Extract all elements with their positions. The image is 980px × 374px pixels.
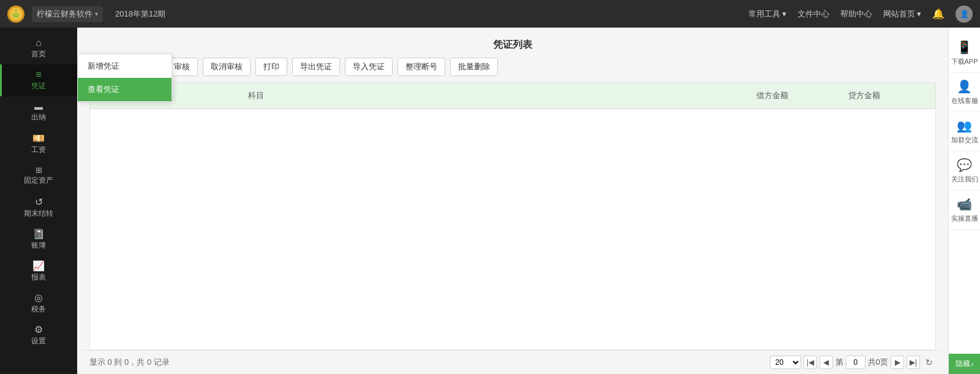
fixed-assets-icon: ⊞ — [36, 166, 42, 174]
header-debit: 借方金额 — [752, 88, 843, 104]
header-credit: 贷方金额 — [843, 88, 935, 104]
live-demo-btn[interactable]: 📹 实操直播 — [949, 191, 981, 230]
footer: 显示 0 到 0，共 0 记录 20 50 100 |◀ ◀ 第 共0页 ▶ ▶… — [77, 350, 948, 374]
submenu-new-voucher[interactable]: 新增凭证 — [78, 55, 172, 78]
sidebar-item-tax[interactable]: ◎ 税务 — [0, 288, 77, 319]
live-demo-icon: 📹 — [957, 197, 972, 212]
print-btn[interactable]: 打印 — [255, 58, 287, 76]
settings-icon: ⚙ — [34, 325, 43, 335]
online-service-btn[interactable]: 👤 在线客服 — [949, 73, 981, 112]
export-btn[interactable]: 导出凭证 — [292, 58, 340, 76]
topbar-left: 柠檬云财务软件 ▾ 2018年第12期 — [7, 6, 165, 23]
download-app-btn[interactable]: 📱 下载APP — [949, 34, 981, 73]
join-group-icon: 👥 — [957, 118, 972, 133]
download-app-icon: 📱 — [957, 40, 972, 55]
notification-icon[interactable]: 🔔 — [932, 8, 944, 20]
header-subject: 科目 — [243, 88, 752, 104]
page-input[interactable] — [846, 356, 865, 369]
app-selector-arrow: ▾ — [95, 10, 98, 17]
hide-panel-btn[interactable]: 隐藏 › — [949, 354, 980, 374]
batch-delete-btn[interactable]: 批量删除 — [450, 58, 498, 76]
submenu-view-voucher[interactable]: 查看凭证 — [78, 78, 172, 101]
join-group-btn[interactable]: 👥 加群交流 — [949, 112, 981, 151]
app-selector[interactable]: 柠檬云财务软件 ▾ — [32, 6, 103, 22]
voucher-icon: ≡ — [36, 70, 41, 80]
sidebar-item-cashier[interactable]: ▬ 出纳 — [0, 96, 77, 128]
app-selector-label: 柠檬云财务软件 — [37, 9, 92, 20]
sidebar-item-voucher[interactable]: ≡ 凭证 — [0, 64, 77, 96]
sidebar-item-fixed-assets[interactable]: ⊞ 固定资产 — [0, 160, 77, 192]
sidebar-item-period-end[interactable]: ↺ 期末结转 — [0, 192, 77, 224]
report-icon: 📈 — [32, 261, 45, 271]
sidebar-item-payroll[interactable]: 💴 工资 — [0, 128, 77, 160]
record-info: 显示 0 到 0，共 0 记录 — [89, 357, 170, 368]
help-center-btn[interactable]: 帮助中心 — [840, 9, 872, 20]
period-display: 2018年第12期 — [115, 9, 165, 20]
import-btn[interactable]: 导入凭证 — [345, 58, 393, 76]
sidebar-item-settings[interactable]: ⚙ 设置 — [0, 319, 77, 351]
total-pages: 共0页 — [868, 357, 888, 368]
cashier-icon: ▬ — [34, 102, 43, 111]
ledger-icon: 📓 — [32, 229, 45, 239]
common-tools-btn[interactable]: 常用工具 ▾ — [748, 9, 786, 20]
prev-page-btn[interactable]: ◀ — [820, 356, 833, 369]
online-service-icon: 👤 — [957, 79, 972, 94]
content-area: 凭证列表 2018年第12期 ▾ 审核 取消审核 打印 导出凭证 导入凭证 整理… — [77, 28, 948, 374]
table-body — [90, 109, 935, 349]
sidebar-item-report[interactable]: 📈 报表 — [0, 256, 77, 288]
file-center-btn[interactable]: 文件中心 — [797, 9, 829, 20]
cancel-audit-btn[interactable]: 取消审核 — [203, 58, 251, 76]
submenu: 新增凭证 查看凭证 — [77, 54, 172, 102]
refresh-btn[interactable]: ↻ — [922, 356, 936, 369]
page-size-select[interactable]: 20 50 100 — [770, 356, 801, 369]
pagination: 20 50 100 |◀ ◀ 第 共0页 ▶ ▶| ↻ — [770, 356, 936, 369]
svg-point-1 — [12, 13, 20, 17]
toolbar: 2018年第12期 ▾ 审核 取消审核 打印 导出凭证 导入凭证 整理断号 批量… — [77, 58, 948, 82]
voucher-table: 摘要 科目 借方金额 贷方金额 — [89, 82, 936, 350]
follow-us-icon: 💬 — [957, 158, 972, 172]
payroll-icon: 💴 — [32, 134, 45, 143]
page-title: 凭证列表 — [77, 28, 948, 58]
last-page-btn[interactable]: ▶| — [907, 356, 920, 369]
home-btn[interactable]: 网站首页 ▾ — [883, 9, 921, 20]
right-panel: 📱 下载APP 👤 在线客服 👥 加群交流 💬 关注我们 📹 实操直播 隐藏 › — [948, 28, 980, 374]
app-logo — [7, 6, 24, 23]
next-page-btn[interactable]: ▶ — [891, 356, 904, 369]
page-label: 第 — [835, 357, 843, 368]
organize-btn[interactable]: 整理断号 — [398, 58, 445, 76]
avatar[interactable]: 👤 — [956, 6, 973, 23]
home-icon: ⌂ — [36, 38, 42, 48]
table-header: 摘要 科目 借方金额 贷方金额 — [90, 83, 935, 109]
follow-us-btn[interactable]: 💬 关注我们 — [949, 151, 981, 191]
topbar-right: 常用工具 ▾ 文件中心 帮助中心 网站首页 ▾ 🔔 👤 — [748, 6, 973, 23]
topbar: 柠檬云财务软件 ▾ 2018年第12期 常用工具 ▾ 文件中心 帮助中心 网站首… — [0, 0, 980, 28]
first-page-btn[interactable]: |◀ — [804, 356, 817, 369]
sidebar: ⌂ 首页 ≡ 凭证 ▬ 出纳 💴 工资 ⊞ 固定资产 ↺ 期末结转 📓 账簿 📈 — [0, 28, 77, 374]
sidebar-item-ledger[interactable]: 📓 账簿 — [0, 224, 77, 256]
main-layout: ⌂ 首页 ≡ 凭证 ▬ 出纳 💴 工资 ⊞ 固定资产 ↺ 期末结转 📓 账簿 📈 — [0, 28, 980, 374]
tax-icon: ◎ — [34, 293, 43, 303]
sidebar-item-home[interactable]: ⌂ 首页 — [0, 32, 77, 64]
period-end-icon: ↺ — [35, 197, 43, 207]
